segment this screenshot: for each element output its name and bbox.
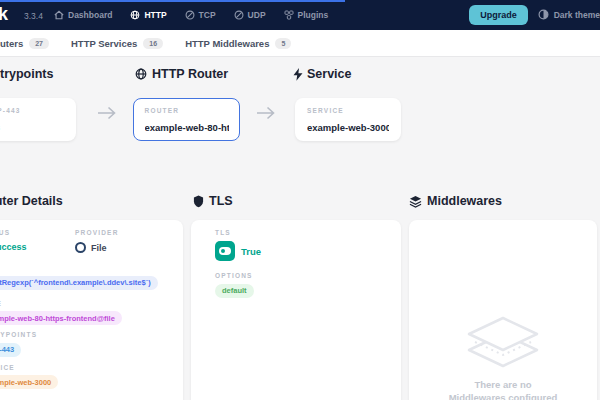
version-label: 3.3.4 bbox=[24, 11, 43, 21]
name-group: NAME example-web-80-https-frontend@file bbox=[0, 300, 159, 326]
layers-icon bbox=[409, 195, 422, 208]
nav-item-label: Plugins bbox=[298, 10, 329, 20]
nav-item-label: TCP bbox=[199, 10, 216, 20]
rule-badge: HostRegexp(`^frontend\.example\.ddev\.si… bbox=[0, 276, 158, 290]
section-title: TLS bbox=[209, 194, 233, 208]
flow-arrow-icon bbox=[256, 105, 276, 125]
options-badge: default bbox=[215, 284, 254, 298]
tls-label: TLS bbox=[215, 229, 377, 236]
router-name-badge: example-web-80-https-frontend@file bbox=[0, 311, 122, 325]
status-label: STATUS bbox=[0, 229, 75, 236]
entrypoint-card-value: :443 bbox=[0, 122, 64, 133]
traefik-logo: traefik bbox=[0, 4, 9, 25]
nav-item-label: UDP bbox=[248, 10, 266, 20]
provider-group: PROVIDER File bbox=[75, 229, 119, 253]
file-provider-icon bbox=[75, 242, 86, 253]
tab-label: HTTP Services bbox=[71, 38, 137, 49]
count-badge: 5 bbox=[275, 38, 291, 49]
count-badge: 27 bbox=[29, 38, 49, 49]
nav-item-label: HTTP bbox=[144, 10, 166, 20]
nav-item-dashboard[interactable]: Dashboard bbox=[54, 10, 112, 20]
nav-item-tcp[interactable]: TCP bbox=[185, 10, 216, 20]
nav-item-udp[interactable]: UDP bbox=[234, 10, 266, 20]
globe-icon bbox=[135, 68, 147, 80]
section-title: Service bbox=[307, 67, 351, 81]
entrypoints-group: ENTRYPOINTS http-443 bbox=[0, 331, 159, 357]
plugins-icon bbox=[284, 10, 294, 20]
theme-label: Dark theme bbox=[554, 10, 600, 20]
flow-arrow-icon bbox=[97, 105, 117, 125]
http-router-heading: HTTP Router bbox=[135, 67, 228, 81]
navbar-right: Upgrade Dark theme bbox=[469, 0, 600, 30]
service-badge: example-web-3000 bbox=[0, 375, 58, 389]
http-tabs: HTTP Routers 27 HTTP Services 16 HTTP Mi… bbox=[0, 30, 600, 57]
tls-card: TLS True OPTIONS default bbox=[191, 220, 401, 400]
toggle-knob-icon bbox=[219, 247, 231, 255]
circle-slash-icon bbox=[185, 10, 195, 20]
globe-icon bbox=[130, 10, 140, 20]
section-title: Router Details bbox=[0, 194, 63, 208]
empty-message: There are no Middlewares configured bbox=[409, 378, 597, 400]
rule-label: RULE bbox=[0, 264, 159, 271]
traefik-dashboard: traefik 3.3.4 Dashboard HTTP TCP UDP bbox=[0, 0, 600, 400]
service-card[interactable]: SERVICE example-web-3000 bbox=[295, 98, 401, 141]
upgrade-button[interactable]: Upgrade bbox=[469, 5, 528, 25]
tab-http-middlewares[interactable]: HTTP Middlewares 5 bbox=[185, 38, 291, 49]
main-nav: Dashboard HTTP TCP UDP Plugins bbox=[54, 0, 328, 30]
nav-item-plugins[interactable]: Plugins bbox=[284, 10, 329, 20]
options-label: OPTIONS bbox=[215, 272, 377, 279]
router-details-card: STATUS Success PROVIDER File RULE HostR bbox=[0, 220, 183, 400]
provider-label: PROVIDER bbox=[75, 229, 119, 236]
theme-toggle[interactable]: Dark theme bbox=[538, 9, 600, 22]
tab-http-services[interactable]: HTTP Services 16 bbox=[71, 38, 163, 49]
middlewares-empty-state: There are no Middlewares configured bbox=[409, 316, 597, 400]
name-label: NAME bbox=[0, 300, 159, 307]
contrast-icon bbox=[538, 9, 549, 22]
home-icon bbox=[54, 10, 64, 20]
circle-slash-icon bbox=[234, 10, 244, 20]
service-heading: Service bbox=[293, 67, 351, 81]
entrypoint-card-label: HTTP-443 bbox=[0, 107, 64, 114]
tab-label: HTTP Routers bbox=[0, 38, 23, 49]
tls-toggle[interactable] bbox=[215, 241, 235, 261]
service-card-value: example-web-3000 bbox=[307, 122, 389, 133]
service-group: SERVICE example-web-3000 bbox=[0, 364, 159, 390]
middlewares-card: There are no Middlewares configured bbox=[409, 220, 597, 400]
router-card-label: ROUTER bbox=[145, 107, 229, 114]
nav-item-http[interactable]: HTTP bbox=[130, 10, 166, 20]
tls-value: True bbox=[241, 246, 261, 257]
count-badge: 16 bbox=[143, 38, 163, 49]
section-title: Entrypoints bbox=[0, 67, 53, 81]
section-title: HTTP Router bbox=[152, 67, 228, 81]
middlewares-heading: Middlewares bbox=[409, 194, 502, 208]
shield-icon bbox=[193, 195, 204, 208]
tls-toggle-row: True bbox=[215, 241, 377, 261]
bolt-icon bbox=[293, 68, 303, 81]
router-card-value: example-web-80-https... bbox=[145, 122, 229, 133]
status-group: STATUS Success bbox=[0, 229, 75, 253]
provider-value: File bbox=[75, 242, 119, 253]
service-label: SERVICE bbox=[0, 364, 159, 371]
loading-progress-bar bbox=[0, 0, 345, 2]
router-details-heading: Router Details bbox=[0, 194, 63, 208]
status-value: Success bbox=[0, 242, 75, 252]
entrypoint-badge: http-443 bbox=[0, 343, 21, 357]
service-card-label: SERVICE bbox=[307, 107, 389, 114]
tab-label: HTTP Middlewares bbox=[185, 38, 269, 49]
tab-http-routers[interactable]: HTTP Routers 27 bbox=[0, 38, 49, 49]
entrypoint-card[interactable]: HTTP-443 :443 bbox=[0, 98, 76, 141]
entrypoints-heading: Entrypoints bbox=[0, 67, 53, 81]
section-title: Middlewares bbox=[427, 194, 502, 208]
page: traefik 3.3.4 Dashboard HTTP TCP UDP bbox=[0, 0, 600, 400]
router-card[interactable]: ROUTER example-web-80-https... bbox=[133, 98, 240, 141]
layers-empty-icon bbox=[461, 316, 545, 370]
nav-item-label: Dashboard bbox=[68, 10, 112, 20]
entrypoints-label: ENTRYPOINTS bbox=[0, 331, 159, 338]
rule-group: RULE HostRegexp(`^frontend\.example\.dde… bbox=[0, 264, 159, 290]
options-group: OPTIONS default bbox=[215, 272, 377, 298]
status-provider-row: STATUS Success PROVIDER File bbox=[0, 229, 159, 253]
top-navbar: traefik 3.3.4 Dashboard HTTP TCP UDP bbox=[0, 0, 600, 30]
tls-heading: TLS bbox=[193, 194, 233, 208]
